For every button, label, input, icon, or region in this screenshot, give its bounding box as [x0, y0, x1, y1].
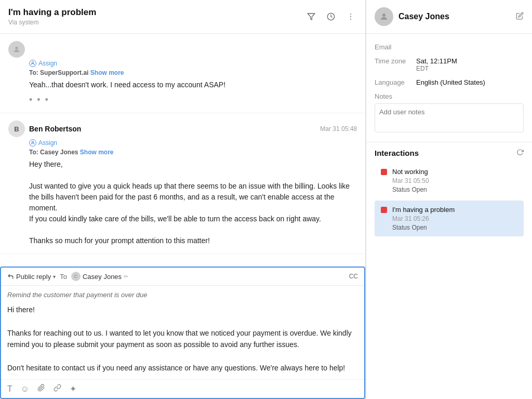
right-panel: Casey Jones Email Time zone Sat, 12:11PM… [366, 0, 532, 399]
contact-avatar-large [375, 7, 393, 26]
ellipsis-1: • • • [29, 95, 357, 105]
refresh-button[interactable] [516, 149, 524, 157]
reply-to-contact: C Casey Jones ✏ [71, 272, 128, 281]
magic-button[interactable]: ✦ [70, 384, 76, 394]
edit-contact-button[interactable] [516, 12, 524, 22]
timezone-row: Time zone Sat, 12:11PM EDT [375, 54, 524, 75]
timezone-secondary: EDT [416, 65, 524, 72]
message-body-1: Yeah...that doesn't work. I need access … [29, 79, 357, 90]
interaction-info-1: Not working Mar 31 05:50 Status Open [392, 168, 429, 193]
interaction-status-2: Status Open [392, 224, 455, 231]
language-row: Language English (United States) [375, 75, 524, 89]
conversation-title: I'm having a problem [8, 7, 96, 18]
language-label: Language [375, 78, 416, 86]
interaction-name-2: I'm having a problem [392, 206, 455, 214]
interaction-dot-2 [381, 207, 387, 213]
notes-row: Notes [375, 89, 524, 136]
messages-area: Assign To: SuperSupport.ai Show more Yea… [0, 34, 365, 267]
filter-button[interactable] [305, 10, 317, 23]
message-time-2: Mar 31 05:48 [320, 125, 357, 132]
contact-avatar-small: C [71, 272, 81, 281]
reply-content[interactable]: Remind the customer that payment is over… [1, 286, 364, 379]
interaction-info-2: I'm having a problem Mar 31 05:26 Status… [392, 206, 455, 231]
language-value: English (United States) [416, 78, 524, 86]
notes-textarea[interactable] [375, 103, 524, 132]
interaction-item-1[interactable]: Not working Mar 31 05:50 Status Open [375, 163, 524, 198]
email-row: Email [375, 40, 524, 54]
svg-point-3 [350, 16, 351, 17]
conversation-header-actions [305, 10, 357, 23]
interaction-time-1: Mar 31 05:50 [392, 177, 429, 184]
interaction-name-1: Not working [392, 168, 429, 176]
interaction-dot-1 [381, 169, 387, 175]
interaction-item-2[interactable]: I'm having a problem Mar 31 05:26 Status… [375, 201, 524, 236]
notes-label: Notes [375, 92, 416, 100]
interactions-title: Interactions [375, 149, 419, 157]
svg-point-2 [350, 14, 351, 15]
conversation-subtitle: Via system [8, 19, 96, 26]
reply-box: Public reply ▾ To C Casey Jones ✏ CC Rem… [0, 267, 365, 399]
to-line-2: To: Casey Jones Show more [29, 149, 357, 156]
edit-recipient-icon[interactable]: ✏ [124, 273, 128, 280]
svg-point-7 [32, 141, 33, 143]
email-label: Email [375, 43, 416, 51]
assign-icon-1 [29, 60, 36, 67]
timezone-primary: Sat, 12:11PM [416, 57, 524, 65]
show-more-2[interactable]: Show more [80, 149, 114, 156]
interactions-header: Interactions [375, 149, 524, 157]
svg-point-5 [15, 47, 18, 49]
reply-to-label: To [60, 273, 67, 281]
interaction-status-1: Status Open [392, 186, 429, 193]
left-panel: I'm having a problem Via system [0, 0, 366, 399]
reply-type-button[interactable]: Public reply ▾ [7, 273, 56, 281]
sender-name-2: Ben Robertson [29, 125, 81, 133]
reply-type-label: Public reply [16, 273, 51, 281]
assign-link-2[interactable]: Assign [29, 139, 357, 147]
avatar [8, 41, 25, 58]
reply-to-name: Casey Jones [83, 273, 122, 281]
svg-marker-0 [308, 14, 314, 20]
message-block-2: B Ben Robertson Mar 31 05:48 Assign To: … [0, 113, 365, 254]
timezone-values: Sat, 12:11PM EDT [416, 57, 524, 72]
interaction-time-2: Mar 31 05:26 [392, 215, 455, 222]
attachment-button[interactable] [37, 384, 45, 394]
cc-button[interactable]: CC [349, 273, 358, 280]
timezone-label: Time zone [375, 57, 416, 65]
conv-title-group: I'm having a problem Via system [8, 7, 96, 26]
svg-point-4 [350, 19, 351, 20]
emoji-button[interactable]: ☺ [21, 384, 29, 394]
avatar-2: B [8, 121, 25, 137]
reply-toolbar: T ☺ ✦ [1, 379, 364, 398]
message-body-2: Hey there, Just wanted to give you a qui… [29, 159, 357, 246]
text-format-button[interactable]: T [7, 384, 12, 394]
show-more-1[interactable]: Show more [90, 69, 124, 76]
reply-chevron-icon: ▾ [53, 274, 56, 280]
contact-name: Casey Jones [398, 12, 511, 21]
interactions-section: Interactions Not working Mar 31 05:50 St… [366, 142, 532, 245]
more-options-button[interactable] [344, 10, 357, 23]
contact-info: Email Time zone Sat, 12:11PM EDT Languag… [366, 34, 532, 142]
assign-icon-2 [29, 139, 36, 147]
assign-link-1[interactable]: Assign [29, 60, 357, 67]
conversation-header: I'm having a problem Via system [0, 0, 365, 34]
to-line-1: To: SuperSupport.ai Show more [29, 69, 357, 76]
svg-point-6 [32, 62, 33, 63]
link-button[interactable] [54, 384, 61, 394]
history-button[interactable] [325, 10, 337, 23]
svg-point-8 [382, 14, 385, 17]
reply-header: Public reply ▾ To C Casey Jones ✏ CC [1, 268, 364, 286]
reply-body[interactable]: Hi there! Thanks for reaching out to us.… [7, 304, 358, 374]
reply-suggestion: Remind the customer that payment is over… [7, 291, 358, 299]
message-meta [8, 41, 357, 58]
message-block: Assign To: SuperSupport.ai Show more Yea… [0, 34, 365, 113]
message-meta-2: B Ben Robertson Mar 31 05:48 [8, 121, 357, 137]
contact-header: Casey Jones [366, 0, 532, 34]
